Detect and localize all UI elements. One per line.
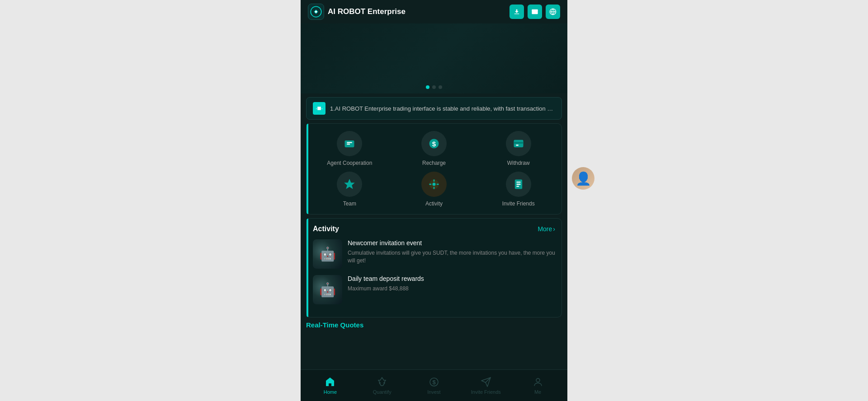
quick-actions-panel: Agent Cooperation $ Recharge [306,123,562,214]
action-activity[interactable]: Activity [395,172,474,207]
header: AI ROBOT Enterprise [301,0,567,23]
svg-point-26 [536,378,540,382]
svg-rect-2 [514,14,519,14]
activity-content-1: Newcomer invitation event Cumulative inv… [348,239,555,265]
activity-item-2[interactable]: Daily team deposit rewards Maximum award… [313,275,555,304]
activity-item-1[interactable]: Newcomer invitation event Cumulative inv… [313,239,555,269]
activity-header: Activity More › [313,225,555,233]
activity-section: Activity More › Newcomer invitation even… [306,218,562,317]
activity-icon-circle [421,172,447,197]
svg-point-1 [315,11,317,13]
svg-rect-7 [347,144,350,145]
more-button[interactable]: More › [538,225,555,233]
quotes-title: Real-Time Quotes [306,321,562,329]
recharge-label: Recharge [422,160,446,166]
action-withdraw[interactable]: Withdraw [479,131,558,166]
action-recharge[interactable]: $ Recharge [395,131,474,166]
invite-friends-icon-circle [506,172,531,197]
svg-rect-21 [516,182,520,182]
svg-rect-23 [516,186,519,187]
recharge-icon-circle: $ [421,131,447,156]
activity-item-title-1: Newcomer invitation event [348,239,555,247]
announcement-icon [313,102,326,115]
svg-rect-12 [516,145,519,145]
agent-cooperation-icon [337,131,362,156]
team-label: Team [343,200,356,207]
activity-title: Activity [313,225,339,233]
logo [308,4,324,20]
nav-home-label: Home [324,389,337,395]
banner [301,23,567,93]
svg-rect-22 [516,184,520,185]
svg-text:$: $ [432,379,436,386]
activity-label: Activity [425,200,443,207]
announcement-bar: 1.AI ROBOT Enterprise trading interface … [306,97,562,120]
action-invite-friends[interactable]: Invite Friends [479,172,558,207]
header-actions [509,5,560,19]
dot-3 [439,85,442,89]
activity-image-2 [313,275,342,304]
svg-text:$: $ [432,140,436,148]
nav-invest[interactable]: $ Invest [408,374,460,397]
header-left: AI ROBOT Enterprise [308,4,406,20]
nav-invite-friends[interactable]: Invite Friends [460,374,512,397]
nav-me[interactable]: Me [512,374,564,397]
activity-item-title-2: Daily team deposit rewards [348,275,555,282]
activity-content-2: Daily team deposit rewards Maximum award… [348,275,555,293]
svg-rect-6 [347,142,352,143]
banner-dots [426,85,442,89]
svg-rect-11 [514,142,523,144]
bottom-nav: Home Quantify $ Invest Invite Friends [301,369,567,401]
svg-point-15 [432,183,435,186]
actions-grid: Agent Cooperation $ Recharge [310,131,558,207]
activity-item-desc-2: Maximum award $48,888 [348,285,555,293]
action-team[interactable]: Team [310,172,389,207]
withdraw-icon-circle [506,131,531,156]
activity-image-1 [313,239,342,269]
team-icon-circle [337,172,362,197]
announcement-text: 1.AI ROBOT Enterprise trading interface … [330,105,555,112]
floating-avatar[interactable] [572,167,594,190]
nav-quantify[interactable]: Quantify [356,374,408,397]
download-button[interactable] [509,5,524,19]
svg-marker-13 [344,179,355,189]
app-title: AI ROBOT Enterprise [328,7,406,16]
action-agent-cooperation[interactable]: Agent Cooperation [310,131,389,166]
quotes-section: Real-Time Quotes [306,321,562,329]
nav-invite-label: Invite Friends [471,389,501,395]
agent-cooperation-label: Agent Cooperation [327,160,372,166]
nav-quantify-label: Quantify [373,389,392,395]
globe-button[interactable] [546,5,560,19]
activity-item-desc-1: Cumulative invitations will give you SUD… [348,249,555,265]
app-container: AI ROBOT Enterprise [301,0,567,401]
nav-invest-label: Invest [427,389,440,395]
mail-button[interactable] [528,5,542,19]
invite-friends-label: Invite Friends [502,200,535,207]
dot-2 [432,85,436,89]
nav-me-label: Me [534,389,541,395]
withdraw-label: Withdraw [507,160,530,166]
dot-1 [426,85,429,89]
nav-home[interactable]: Home [304,374,356,397]
